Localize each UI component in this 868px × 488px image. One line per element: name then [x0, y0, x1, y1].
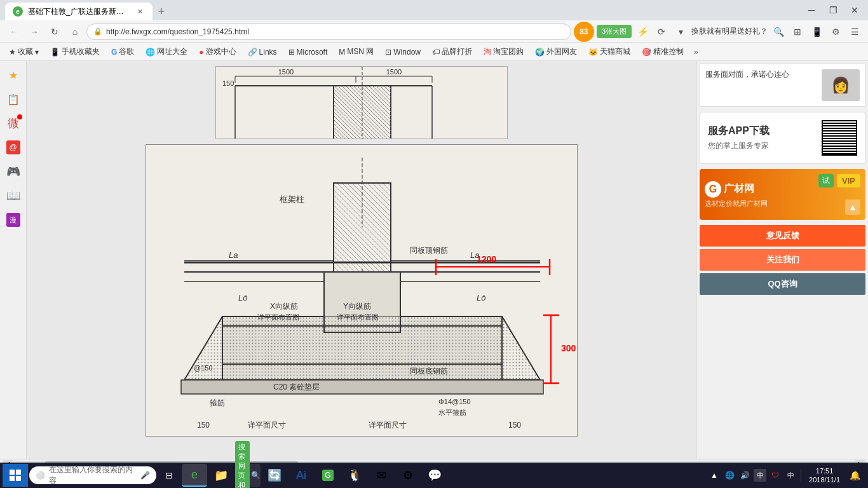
svg-text:水平箍筋: 水平箍筋	[438, 409, 466, 416]
bookmark-links[interactable]: 🔗Links	[244, 46, 281, 58]
svg-text:X向纵筋: X向纵筋	[270, 302, 298, 311]
forward-btn[interactable]: →	[25, 23, 43, 41]
screenshot-btn[interactable]: 3张大图	[597, 25, 632, 38]
manga-icon: 漫	[6, 213, 20, 227]
close-btn[interactable]: ✕	[846, 2, 863, 18]
bookmark-precision[interactable]: 🎯精准控制	[638, 45, 688, 58]
service-promo-card: 服务面对面，承诺心连心 👩	[700, 64, 865, 107]
qq-label: QQ咨询	[768, 279, 797, 288]
exchange-text: 换肤就有明星送好礼？	[691, 26, 768, 37]
taskbar-gld2-app[interactable]: G	[315, 464, 341, 487]
notification-center-btn[interactable]: 🔔	[846, 467, 863, 484]
minimize-btn[interactable]: ─	[803, 2, 820, 18]
tray-volume[interactable]: 🔊	[738, 469, 751, 482]
scroll-up-btn[interactable]: ▲	[845, 200, 860, 215]
browser-app-icon: e	[191, 468, 198, 482]
tray-arrow[interactable]: ▲	[708, 469, 721, 482]
restore-btn[interactable]: ❐	[825, 2, 841, 18]
guangcai-name: 广材网	[724, 182, 754, 196]
taskbar-gld-app[interactable]: 🔄	[262, 464, 287, 487]
taskbar-file-app[interactable]: 📁	[208, 464, 234, 487]
feedback-btn[interactable]: 意见反馈	[700, 225, 865, 247]
phone-icon[interactable]: 📱	[808, 24, 825, 40]
menu-icon[interactable]: ☰	[846, 24, 863, 40]
svg-rect-65	[10, 470, 15, 475]
mobile-icon: 📱	[50, 48, 60, 57]
svg-text:La: La	[229, 250, 238, 260]
bookmark-ms[interactable]: ⊞Microsoft	[285, 46, 332, 58]
sidebar-manga-tool[interactable]: 漫	[2, 208, 25, 231]
title-bar: e 基础下柱敦_广联达服务新干线 ✕ + ─ ❐ ✕	[0, 0, 868, 20]
search-icon[interactable]: 🔍	[770, 24, 787, 40]
active-tab[interactable]: e 基础下柱敦_广联达服务新干线 ✕	[5, 3, 153, 20]
address-bar[interactable]: 🔒 http://e.fwxgx.com/question_1975425.ht…	[86, 24, 571, 40]
taskbar-chrome-app[interactable]: ⚙	[395, 464, 421, 487]
taskbar-mail-app[interactable]: ✉	[369, 464, 394, 487]
search-placeholder: 在这里输入你要搜索的内容	[49, 464, 137, 486]
sidebar-star-tool[interactable]: ★	[2, 64, 25, 86]
tray-antivirus[interactable]: 🛡	[769, 469, 782, 482]
guangcai-ad[interactable]: G 广材网 选材定价就用广材网 VIP ▲ 试	[700, 169, 865, 220]
bookmarks-bar: ★ 收藏 ▾ 📱 手机收藏夹 G 谷歌 🌐 网址大全 ● 游戏中心 🔗Links…	[0, 43, 868, 61]
refresh-btn[interactable]: ↻	[46, 23, 64, 41]
new-tab-btn[interactable]: +	[153, 3, 170, 20]
tray-keyboard[interactable]: 中	[754, 469, 766, 482]
taskbar-search-app[interactable]: 搜索网页和文件 🔍	[235, 464, 261, 487]
taskbar-clock[interactable]: 17:51 2018/11/1	[805, 466, 844, 485]
sidebar-weibo-tool[interactable]: 微	[2, 112, 25, 135]
svg-text:Φ14@150: Φ14@150	[438, 398, 471, 405]
bookmark-webdir[interactable]: 🌐 网址大全	[142, 45, 191, 58]
bookmark-foreign[interactable]: 🌍外国网友	[531, 45, 581, 58]
taskbar-browser-app[interactable]: e	[182, 464, 207, 487]
taskbar-wechat-app[interactable]: 💬	[422, 464, 447, 487]
tab-close-btn[interactable]: ✕	[135, 6, 145, 17]
main-diagram-svg: 框架柱 La	[146, 145, 578, 437]
follow-btn[interactable]: 关注我们	[700, 249, 865, 271]
bookmark-label: 手机收藏夹	[62, 46, 100, 57]
bookmark-label: 网址大全	[157, 46, 187, 57]
bookmark-brand[interactable]: 🏷品牌打折	[428, 45, 476, 58]
secure-icon: 🔒	[93, 27, 102, 36]
title-bar-tabs: e 基础下柱敦_广联达服务新干线 ✕ +	[5, 0, 801, 20]
home-btn[interactable]: ⌂	[66, 23, 84, 41]
bookmark-games[interactable]: ● 游戏中心	[195, 45, 240, 58]
tray-network[interactable]: 🌐	[723, 469, 736, 482]
ie-icon: Ai	[296, 469, 306, 482]
settings-icon[interactable]: ⚙	[827, 24, 844, 40]
qr-code	[822, 120, 857, 156]
bookmark-google[interactable]: G 谷歌	[107, 45, 138, 58]
sidebar-note-tool[interactable]: 📋	[2, 88, 25, 111]
lightning-icon[interactable]: ⚡	[634, 24, 651, 40]
sidebar-mail-tool[interactable]: @	[2, 136, 25, 159]
notif-icon: 🔔	[850, 470, 860, 480]
voice-icon: 🎤	[140, 471, 150, 480]
dropdown-icon[interactable]: ▾	[672, 24, 689, 40]
bookmark-msn[interactable]: MMSN 网	[335, 45, 377, 58]
sidebar-game-tool[interactable]: 🎮	[2, 160, 25, 183]
refresh-icon2[interactable]: ⟳	[653, 24, 670, 40]
sidebar-book-tool[interactable]: 📖	[2, 184, 25, 207]
svg-text:详平面布置图: 详平面布置图	[257, 313, 299, 321]
taskbar-qq-app[interactable]: 🐧	[342, 464, 367, 487]
input-method-indicator: 中	[757, 471, 764, 480]
system-tray: ▲ 🌐 🔊 中 🛡 中 17:51 2018/11/1 🔔	[708, 466, 865, 485]
search-circle-icon: ⚪	[36, 471, 45, 480]
back-btn[interactable]: ←	[5, 23, 23, 41]
qq-btn[interactable]: QQ咨询	[700, 273, 865, 295]
bookmarks-more[interactable]: »	[691, 46, 701, 58]
task-view-btn[interactable]: ⊟	[158, 464, 180, 487]
speed-badge: 83	[574, 22, 594, 42]
grid-icon[interactable]: ⊞	[789, 24, 806, 40]
svg-text:详平面尺寸: 详平面尺寸	[248, 421, 286, 430]
taskbar-ie-app[interactable]: Ai	[288, 464, 314, 487]
start-btn[interactable]	[3, 464, 28, 487]
bookmark-star[interactable]: ★ 收藏 ▾	[5, 45, 43, 58]
taskbar-search[interactable]: ⚪ 在这里输入你要搜索的内容 🎤	[29, 466, 156, 484]
tray-ime[interactable]: 中	[784, 469, 797, 482]
game-icon: 🎮	[6, 165, 20, 179]
bookmark-label: 收藏	[18, 46, 33, 57]
bookmark-tmall[interactable]: 🐱天猫商城	[585, 45, 634, 58]
bookmark-mobile[interactable]: 📱 手机收藏夹	[46, 45, 104, 58]
bookmark-window[interactable]: ⊡Window	[381, 46, 424, 58]
bookmark-taobao[interactable]: 淘淘宝团购	[480, 45, 527, 58]
